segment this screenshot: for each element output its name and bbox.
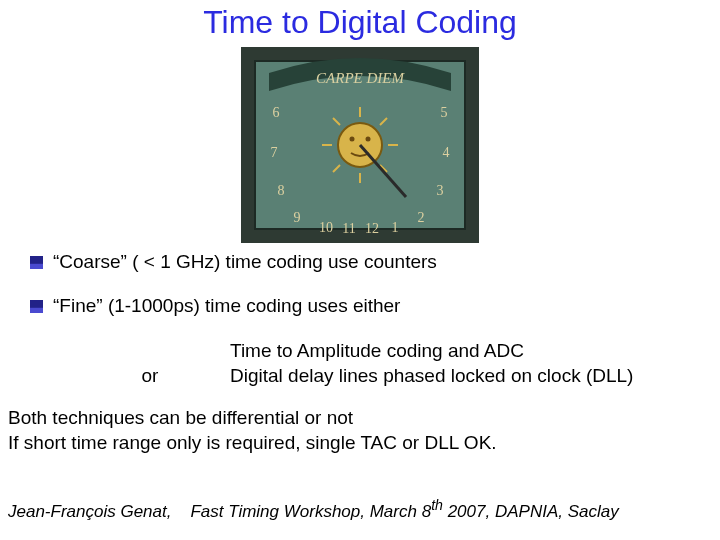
svg-point-5 [366, 137, 371, 142]
sub-line: Time to Amplitude coding and ADC [230, 339, 720, 364]
sub-or: or [90, 364, 210, 389]
footer-author: Jean-François Genat, [8, 502, 171, 521]
svg-text:11: 11 [342, 221, 355, 236]
svg-text:2: 2 [418, 210, 425, 225]
body-line: If short time range only is required, si… [8, 431, 720, 456]
svg-text:6: 6 [273, 105, 280, 120]
svg-point-4 [350, 137, 355, 142]
sub-list: Time to Amplitude coding and ADC or Digi… [90, 339, 720, 388]
slide-title: Time to Digital Coding [0, 0, 720, 41]
svg-text:8: 8 [278, 183, 285, 198]
sundial-image: CARPE DIEM 6 7 8 9 10 11 12 1 2 3 4 5 [241, 47, 479, 243]
svg-text:3: 3 [437, 183, 444, 198]
bullet-icon [30, 256, 43, 269]
bullet-text: “Coarse” ( < 1 GHz) time coding use coun… [53, 251, 437, 273]
bullet-item: “Coarse” ( < 1 GHz) time coding use coun… [30, 251, 720, 273]
slide: Time to Digital Coding CARPE DIEM 6 7 8 … [0, 0, 720, 540]
svg-text:CARPE DIEM: CARPE DIEM [316, 70, 405, 86]
footer-event-pre: Fast Timing Workshop, March 8 [190, 502, 431, 521]
svg-text:4: 4 [443, 145, 450, 160]
body-line: Both techniques can be differential or n… [8, 406, 720, 431]
svg-text:12: 12 [365, 221, 379, 236]
svg-rect-28 [30, 264, 43, 269]
svg-text:1: 1 [392, 220, 399, 235]
bullet-item: “Fine” (1-1000ps) time coding uses eithe… [30, 295, 720, 317]
svg-rect-30 [30, 308, 43, 313]
bullet-list: “Coarse” ( < 1 GHz) time coding use coun… [30, 251, 720, 317]
footer-event-sup: th [431, 497, 443, 513]
svg-text:5: 5 [441, 105, 448, 120]
svg-text:9: 9 [294, 210, 301, 225]
footer: Jean-François Genat, Fast Timing Worksho… [8, 497, 619, 522]
svg-text:10: 10 [319, 220, 333, 235]
body-text: Both techniques can be differential or n… [8, 406, 720, 455]
footer-event-post: 2007, DAPNIA, Saclay [443, 502, 619, 521]
bullet-text: “Fine” (1-1000ps) time coding uses eithe… [53, 295, 400, 317]
sub-line: Digital delay lines phased locked on clo… [230, 364, 720, 389]
bullet-icon [30, 300, 43, 313]
svg-text:7: 7 [271, 145, 278, 160]
